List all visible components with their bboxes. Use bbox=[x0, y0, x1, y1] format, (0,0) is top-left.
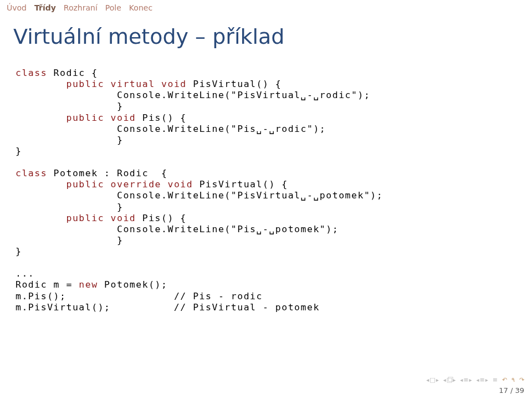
nav-uvod[interactable]: Úvod bbox=[7, 3, 27, 12]
nav-subsection-icon[interactable]: ◂ ≡ ▸ bbox=[477, 376, 488, 383]
nav-search-icon[interactable]: ۹ bbox=[511, 376, 515, 383]
nav-back-icon[interactable]: ↶ bbox=[502, 376, 507, 383]
nav-tridy[interactable]: Třídy bbox=[34, 3, 56, 12]
code-listing: class Rodic { public virtual void PisVir… bbox=[0, 60, 532, 321]
nav-slide-icon[interactable]: ≡ bbox=[493, 376, 498, 383]
nav-prev-icon[interactable]: ◂ □□ ▸ bbox=[443, 376, 456, 383]
nav-first-icon[interactable]: ◂ □ ▸ bbox=[426, 376, 438, 383]
top-nav: Úvod Třídy Rozhraní Pole Konec bbox=[0, 0, 532, 14]
page-number: 17 / 39 bbox=[499, 386, 524, 395]
nav-rozhrani[interactable]: Rozhraní bbox=[64, 3, 98, 12]
nav-pole[interactable]: Pole bbox=[105, 3, 121, 12]
nav-forward-icon[interactable]: ↷ bbox=[519, 376, 524, 383]
page-title: Virtuální metody – příklad bbox=[0, 14, 532, 60]
beamer-nav: ◂ □ ▸ ◂ □□ ▸ ◂ ≡ ▸ ◂ ≡ ▸ ≡ ↶ ۹ ↷ bbox=[426, 376, 524, 383]
nav-konec[interactable]: Konec bbox=[129, 3, 152, 12]
nav-section-icon[interactable]: ◂ ≡ ▸ bbox=[460, 376, 472, 383]
